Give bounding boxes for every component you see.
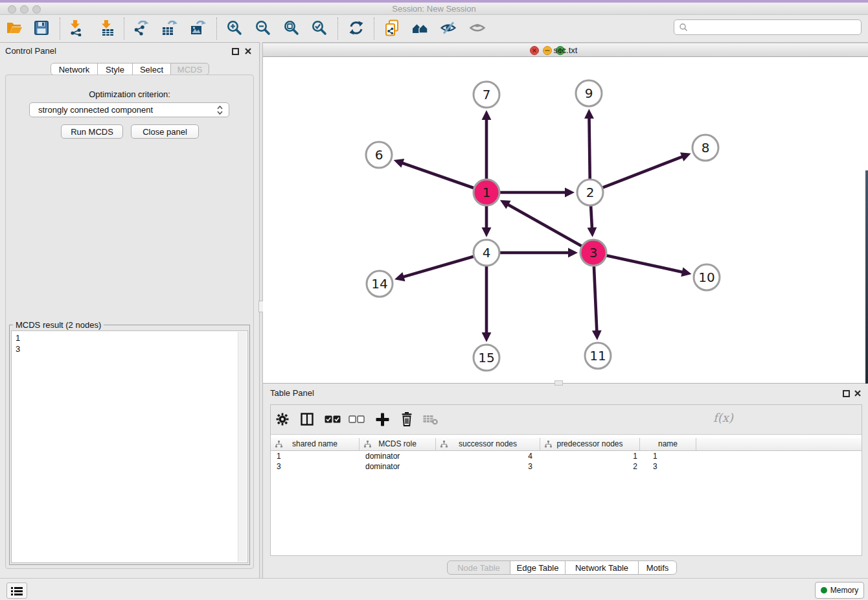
export-network-button[interactable] xyxy=(130,17,152,39)
table-cell: 3 xyxy=(271,461,360,472)
refresh-icon xyxy=(348,19,365,36)
split-columns-icon xyxy=(301,413,314,426)
table-panel-close-button[interactable] xyxy=(854,389,862,397)
column-header-name[interactable]: name xyxy=(640,438,696,450)
graph-edge-4-14[interactable] xyxy=(403,254,483,277)
function-builder-button[interactable]: f(x) xyxy=(713,411,733,424)
column-header-shared-name[interactable]: shared name xyxy=(271,438,360,450)
graph-edge-arrowhead xyxy=(592,330,602,340)
deselect-all-button[interactable] xyxy=(346,409,367,430)
graph-node-label: 3 xyxy=(589,245,598,260)
list-icon xyxy=(11,586,23,595)
tab-motifs[interactable]: Motifs xyxy=(638,560,677,575)
graph-node-label: 10 xyxy=(698,270,714,285)
toolbar-separator xyxy=(124,17,124,40)
graph-node-label: 11 xyxy=(589,348,606,363)
optimization-criterion-select[interactable]: strongly connected component xyxy=(29,102,229,117)
toolbar-separator xyxy=(374,17,374,40)
graph-edge-arrowhead xyxy=(482,227,492,237)
export-table-button[interactable] xyxy=(159,17,181,39)
graph-edge-arrowhead xyxy=(588,227,597,237)
network-graph[interactable]: 1234678910111415 xyxy=(263,57,868,384)
graph-node-label: 4 xyxy=(483,245,491,260)
tab-node-table[interactable]: Node Table xyxy=(447,560,510,575)
control-panel-float-button[interactable] xyxy=(232,48,239,55)
import-table-button[interactable] xyxy=(97,17,119,39)
open-session-button[interactable] xyxy=(3,17,25,39)
tab-select[interactable]: Select xyxy=(132,63,171,75)
table-panel-float-button[interactable] xyxy=(843,390,850,397)
close-panel-button[interactable]: Close panel xyxy=(131,124,199,139)
table-cell: 1 xyxy=(271,451,360,461)
graph-edge-1-6[interactable] xyxy=(402,163,483,191)
table-settings-button[interactable] xyxy=(272,409,293,430)
select-all-button[interactable] xyxy=(322,409,343,430)
zoom-selected-button[interactable] xyxy=(308,17,330,39)
zoom-in-button[interactable] xyxy=(223,17,246,39)
graph-edge-2-9[interactable] xyxy=(589,117,589,189)
column-header-successor-nodes[interactable]: successor nodes xyxy=(436,438,540,450)
toggle-column-panel-button[interactable] xyxy=(297,409,317,430)
task-history-button[interactable] xyxy=(6,583,27,599)
network-window-titlebar: scc.txt xyxy=(263,43,868,57)
export-network-icon xyxy=(133,19,150,36)
control-panel-title: Control Panel xyxy=(5,46,56,56)
control-panel-close-button[interactable] xyxy=(244,47,252,55)
delete-table-icon xyxy=(423,413,439,425)
table-cell: 3 xyxy=(640,461,696,472)
node-table: f(x) shared name MCDS role s xyxy=(270,404,862,556)
import-network-button[interactable] xyxy=(65,17,87,39)
zoom-in-icon xyxy=(226,19,243,36)
table-cell: 3 xyxy=(436,461,540,472)
memory-button[interactable]: Memory xyxy=(815,582,864,599)
delete-column-button[interactable] xyxy=(396,409,417,430)
search-input[interactable] xyxy=(691,22,861,32)
table-cell: 4 xyxy=(436,451,540,461)
hide-graphics-button[interactable] xyxy=(437,17,459,39)
tab-edge-table[interactable]: Edge Table xyxy=(510,560,565,575)
column-header-mcds-role[interactable]: MCDS role xyxy=(360,438,436,450)
refresh-button[interactable] xyxy=(345,17,367,39)
delete-table-button[interactable] xyxy=(420,409,441,430)
mcds-result-area[interactable]: 1 3 xyxy=(11,330,248,563)
graph-node-label: 14 xyxy=(371,276,387,292)
table-row[interactable]: 3dominator323 xyxy=(271,461,862,472)
network-canvas[interactable]: 1234678910111415 xyxy=(263,57,868,384)
graph-edge-2-8[interactable] xyxy=(594,156,683,190)
zoom-fit-icon xyxy=(283,19,300,36)
new-network-from-selection-button[interactable] xyxy=(381,17,403,39)
new-network-from-selection-icon xyxy=(383,19,400,36)
export-image-button[interactable] xyxy=(187,17,209,39)
toolbar-separator xyxy=(60,17,60,40)
tab-network[interactable]: Network xyxy=(51,63,98,75)
column-type-icon xyxy=(545,441,552,448)
tab-network-table[interactable]: Network Table xyxy=(565,560,639,575)
graph-node-label: 2 xyxy=(586,185,595,200)
tab-style[interactable]: Style xyxy=(97,63,133,75)
show-graphics-button[interactable] xyxy=(466,17,488,39)
tab-mcds[interactable]: MCDS xyxy=(170,63,209,75)
save-session-button[interactable] xyxy=(30,17,52,39)
home-button[interactable] xyxy=(409,17,431,39)
run-mcds-button[interactable]: Run MCDS xyxy=(61,124,123,139)
trash-icon xyxy=(400,412,413,426)
table-panel-title: Table Panel xyxy=(270,388,314,398)
graph-edge-3-11[interactable] xyxy=(593,257,597,332)
add-column-button[interactable] xyxy=(372,409,393,430)
save-icon xyxy=(33,19,50,36)
mcds-result-scrollbar[interactable] xyxy=(238,332,247,562)
column-header-predecessor-nodes[interactable]: predecessor nodes xyxy=(540,438,640,450)
window-titlebar: Session: New Session xyxy=(0,3,868,15)
home-icon xyxy=(411,19,429,36)
zoom-out-button[interactable] xyxy=(252,17,274,39)
deselect-all-icon xyxy=(348,415,365,424)
graph-edge-3-10[interactable] xyxy=(597,253,683,272)
table-cell: 1 xyxy=(640,451,696,461)
network-splitter-handle[interactable] xyxy=(554,380,563,386)
graph-edge-3-1[interactable] xyxy=(507,204,590,251)
search-box[interactable] xyxy=(674,19,862,35)
table-row[interactable]: 1dominator411 xyxy=(271,451,862,461)
table-cell: dominator xyxy=(360,461,436,472)
zoom-fit-button[interactable] xyxy=(280,17,303,39)
column-type-icon xyxy=(364,441,371,448)
